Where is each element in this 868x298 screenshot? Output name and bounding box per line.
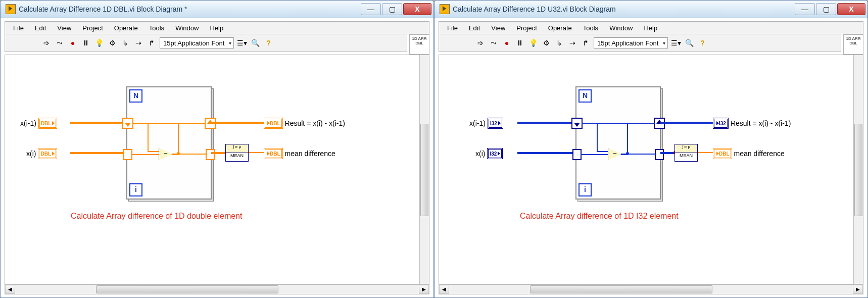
minimize-button[interactable]: —: [795, 3, 815, 15]
scrollbar-vertical[interactable]: [419, 55, 429, 284]
menu-help[interactable]: Help: [205, 23, 228, 33]
indicator-mean[interactable]: DBL mean difference: [713, 148, 785, 159]
run-cont-button[interactable]: ⤳: [55, 38, 65, 48]
wire: [597, 151, 608, 152]
control-x-prev[interactable]: x(i-1) I32: [469, 118, 503, 129]
titlebar[interactable]: Calculate Array Difference 1D DBL.vi Blo…: [1, 1, 433, 18]
pause-button[interactable]: II: [81, 38, 91, 48]
abort-button[interactable]: ●: [502, 38, 512, 48]
indicator-result[interactable]: DBL Result = x(i) - x(i-1): [264, 118, 345, 129]
retain-wire-icon[interactable]: ⚙: [541, 38, 551, 48]
close-button[interactable]: X: [403, 3, 431, 15]
step-over-icon[interactable]: ⇢: [567, 38, 577, 48]
for-loop[interactable]: N i −: [575, 86, 661, 200]
loop-n-terminal: N: [578, 89, 592, 103]
menu-tools[interactable]: Tools: [144, 23, 169, 33]
close-button[interactable]: X: [837, 3, 865, 15]
run-button[interactable]: ➩: [475, 38, 486, 48]
menu-edit[interactable]: Edit: [464, 23, 485, 33]
wire: [211, 152, 225, 154]
wire: [698, 152, 713, 153]
highlight-exec-icon[interactable]: 💡: [528, 38, 538, 48]
scroll-left-icon[interactable]: ◀: [5, 285, 15, 294]
wire: [582, 123, 655, 124]
menu-file[interactable]: File: [8, 23, 29, 33]
search-icon[interactable]: 🔍: [250, 38, 260, 48]
subtract-node[interactable]: −: [608, 148, 622, 160]
for-loop[interactable]: N i −: [126, 86, 212, 200]
mean-vi[interactable]: ∫ σ µ MEAN: [225, 144, 249, 161]
indicator-mean[interactable]: DBL mean difference: [264, 148, 335, 159]
wire: [148, 151, 159, 152]
help-icon[interactable]: ?: [697, 38, 707, 48]
control-x-prev[interactable]: x(i-1) DBL: [20, 118, 57, 129]
scroll-right-icon[interactable]: ▶: [419, 285, 429, 294]
wire: [70, 122, 128, 124]
step-into-icon[interactable]: ↳: [554, 38, 564, 48]
run-cont-button[interactable]: ⤳: [489, 38, 499, 48]
vi-icon[interactable]: 1D ARR DBL: [843, 34, 863, 55]
vi-icon[interactable]: 1D ARR DBL: [409, 34, 429, 55]
font-select[interactable]: 15pt Application Font: [594, 37, 668, 48]
step-out-icon[interactable]: ↱: [147, 38, 157, 48]
abort-button[interactable]: ●: [68, 38, 78, 48]
mean-vi[interactable]: ∫ σ µ MEAN: [674, 144, 698, 161]
scrollbar-vertical[interactable]: [853, 55, 863, 284]
run-button[interactable]: ➩: [41, 38, 52, 48]
window-i32: Calculate Array Difference 1D U32.vi Blo…: [434, 0, 868, 298]
menu-tools[interactable]: Tools: [578, 23, 603, 33]
shift-register-left[interactable]: [122, 118, 133, 129]
scrollbar-horizontal[interactable]: ◀ ▶: [5, 284, 429, 294]
menu-project[interactable]: Project: [77, 23, 108, 33]
control-x-curr[interactable]: x(i) I32: [475, 148, 503, 159]
align-icon[interactable]: ☰▾: [237, 38, 247, 48]
align-icon[interactable]: ☰▾: [671, 38, 681, 48]
minimize-button[interactable]: —: [361, 3, 381, 15]
scrollbar-horizontal[interactable]: ◀ ▶: [439, 284, 863, 294]
menu-project[interactable]: Project: [511, 23, 542, 33]
block-diagram[interactable]: x(i-1) DBL x(i) DBL N i −: [5, 55, 429, 284]
block-diagram[interactable]: x(i-1) I32 x(i) I32 N i −: [439, 55, 863, 284]
subtract-node[interactable]: −: [159, 148, 173, 160]
pause-button[interactable]: II: [515, 38, 525, 48]
menu-view[interactable]: View: [486, 23, 510, 33]
menubar: File Edit View Project Operate Tools Win…: [5, 21, 429, 34]
auto-index-tunnel-out[interactable]: [206, 149, 215, 160]
labview-icon: [6, 4, 16, 14]
diagram-caption: Calculate Array difference of 1D I32 ele…: [520, 212, 679, 221]
menu-edit[interactable]: Edit: [30, 23, 51, 33]
auto-index-tunnel-out[interactable]: [655, 149, 664, 160]
menu-file[interactable]: File: [442, 23, 463, 33]
maximize-button[interactable]: ▢: [816, 3, 836, 15]
retain-wire-icon[interactable]: ⚙: [107, 38, 117, 48]
search-icon[interactable]: 🔍: [684, 38, 694, 48]
menu-operate[interactable]: Operate: [109, 23, 143, 33]
scroll-left-icon[interactable]: ◀: [439, 285, 449, 294]
indicator-result[interactable]: I32 Result = x(i) - x(i-1): [713, 118, 791, 129]
maximize-button[interactable]: ▢: [382, 3, 402, 15]
wire: [597, 123, 598, 152]
menu-view[interactable]: View: [52, 23, 76, 33]
menu-help[interactable]: Help: [639, 23, 662, 33]
menu-operate[interactable]: Operate: [543, 23, 577, 33]
menubar: File Edit View Project Operate Tools Win…: [439, 21, 863, 34]
loop-n-terminal: N: [129, 89, 142, 103]
scroll-right-icon[interactable]: ▶: [853, 285, 863, 294]
control-x-curr[interactable]: x(i) DBL: [26, 148, 57, 159]
wire: [660, 122, 713, 124]
step-into-icon[interactable]: ↳: [120, 38, 130, 48]
menu-window[interactable]: Window: [170, 23, 204, 33]
font-select[interactable]: 15pt Application Font: [160, 37, 234, 48]
step-out-icon[interactable]: ↱: [581, 38, 591, 48]
highlight-exec-icon[interactable]: 💡: [94, 38, 104, 48]
shift-register-left[interactable]: [571, 118, 583, 129]
wire: [148, 123, 149, 152]
help-icon[interactable]: ?: [263, 38, 273, 48]
step-over-icon[interactable]: ⇢: [133, 38, 143, 48]
window-title: Calculate Array Difference 1D DBL.vi Blo…: [19, 5, 361, 13]
diagram-caption: Calculate Array difference of 1D double …: [71, 212, 242, 221]
titlebar[interactable]: Calculate Array Difference 1D U32.vi Blo…: [435, 1, 867, 18]
junction-dot: [626, 152, 629, 155]
wire: [517, 122, 575, 124]
menu-window[interactable]: Window: [604, 23, 638, 33]
